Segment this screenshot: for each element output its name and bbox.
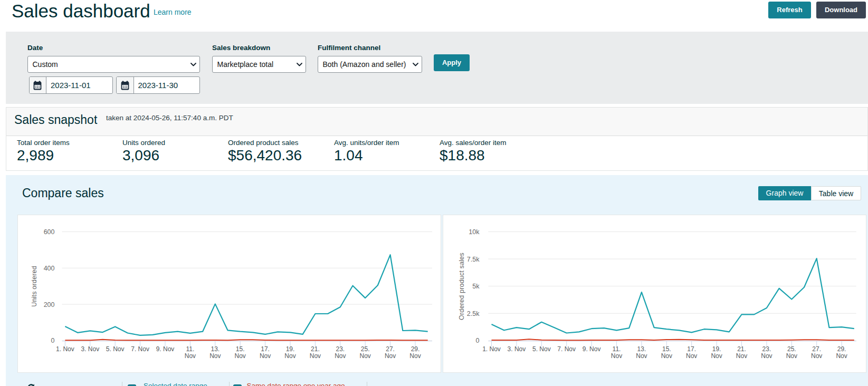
svg-text:0: 0 bbox=[51, 337, 55, 344]
svg-text:29.: 29. bbox=[837, 345, 846, 352]
svg-text:11.: 11. bbox=[613, 345, 621, 352]
svg-text:Nov: Nov bbox=[786, 352, 797, 360]
svg-text:5k: 5k bbox=[472, 283, 480, 290]
svg-text:23.: 23. bbox=[762, 345, 771, 352]
svg-text:Nov: Nov bbox=[611, 352, 622, 360]
svg-text:Nov: Nov bbox=[310, 352, 321, 360]
svg-text:15.: 15. bbox=[662, 345, 671, 352]
svg-text:1. Nov: 1. Nov bbox=[56, 345, 74, 352]
svg-text:25.: 25. bbox=[361, 345, 370, 352]
svg-text:10k: 10k bbox=[469, 228, 480, 236]
svg-text:23.: 23. bbox=[336, 345, 345, 352]
svg-text:Nov: Nov bbox=[811, 352, 822, 360]
svg-text:9. Nov: 9. Nov bbox=[156, 345, 175, 352]
svg-text:Nov: Nov bbox=[661, 352, 672, 360]
svg-text:21.: 21. bbox=[311, 345, 320, 352]
svg-text:Nov: Nov bbox=[185, 352, 196, 360]
svg-text:5. Nov: 5. Nov bbox=[532, 345, 551, 352]
svg-text:29.: 29. bbox=[411, 345, 420, 352]
svg-text:Nov: Nov bbox=[761, 352, 772, 360]
svg-text:Nov: Nov bbox=[335, 352, 346, 360]
svg-text:19.: 19. bbox=[712, 345, 721, 352]
svg-text:600: 600 bbox=[44, 228, 55, 236]
svg-text:7.5k: 7.5k bbox=[467, 255, 480, 263]
svg-text:Nov: Nov bbox=[636, 352, 647, 360]
svg-text:13.: 13. bbox=[211, 345, 220, 352]
svg-text:200: 200 bbox=[44, 301, 55, 308]
svg-text:1. Nov: 1. Nov bbox=[482, 345, 501, 352]
svg-text:2.5k: 2.5k bbox=[467, 310, 480, 317]
svg-text:Nov: Nov bbox=[736, 352, 747, 360]
svg-text:Nov: Nov bbox=[385, 352, 396, 360]
svg-text:15.: 15. bbox=[236, 345, 245, 352]
svg-text:3. Nov: 3. Nov bbox=[508, 345, 526, 352]
svg-text:Nov: Nov bbox=[836, 352, 847, 360]
svg-text:Nov: Nov bbox=[235, 352, 246, 360]
svg-text:Nov: Nov bbox=[209, 352, 221, 360]
svg-text:27.: 27. bbox=[386, 345, 395, 352]
svg-text:17.: 17. bbox=[687, 345, 696, 352]
svg-text:11.: 11. bbox=[186, 345, 195, 352]
svg-text:17.: 17. bbox=[261, 345, 270, 352]
svg-text:5. Nov: 5. Nov bbox=[106, 345, 125, 352]
svg-text:27.: 27. bbox=[812, 345, 821, 352]
svg-text:Units ordered: Units ordered bbox=[31, 266, 38, 307]
svg-text:Ordered product sales: Ordered product sales bbox=[458, 253, 465, 320]
svg-text:Nov: Nov bbox=[686, 352, 697, 360]
svg-text:7. Nov: 7. Nov bbox=[131, 345, 149, 352]
svg-text:3. Nov: 3. Nov bbox=[81, 345, 99, 352]
svg-text:Nov: Nov bbox=[711, 352, 722, 360]
svg-text:Nov: Nov bbox=[360, 352, 371, 360]
svg-text:7. Nov: 7. Nov bbox=[557, 345, 576, 352]
svg-text:0: 0 bbox=[476, 337, 480, 344]
svg-text:400: 400 bbox=[44, 264, 55, 272]
svg-text:Nov: Nov bbox=[409, 352, 421, 360]
svg-text:19.: 19. bbox=[286, 345, 295, 352]
svg-text:21.: 21. bbox=[737, 345, 746, 352]
svg-text:25.: 25. bbox=[787, 345, 796, 352]
svg-text:Nov: Nov bbox=[260, 352, 271, 360]
svg-text:9. Nov: 9. Nov bbox=[583, 345, 601, 352]
svg-text:Nov: Nov bbox=[284, 352, 295, 360]
svg-text:13.: 13. bbox=[637, 345, 646, 352]
